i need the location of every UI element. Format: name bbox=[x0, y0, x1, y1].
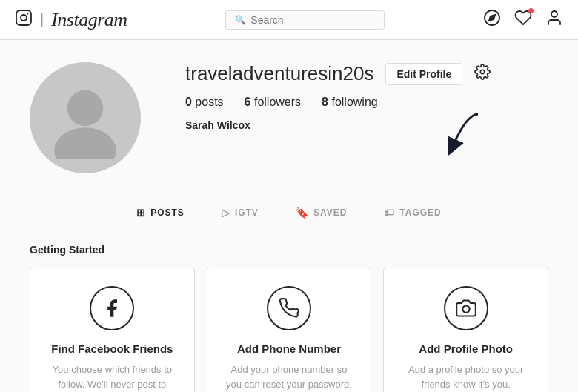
notification-dot bbox=[528, 8, 534, 13]
photo-card-title: Add Profile Photo bbox=[419, 342, 513, 355]
phone-card-title: Add Phone Number bbox=[237, 342, 341, 355]
content-area: Getting Started Find Facebook Friends Yo… bbox=[0, 229, 578, 392]
username: traveladventuresin20s bbox=[185, 62, 373, 85]
facebook-card: Find Facebook Friends You choose which f… bbox=[30, 268, 195, 392]
search-input[interactable] bbox=[250, 14, 375, 26]
facebook-card-title: Find Facebook Friends bbox=[51, 342, 173, 355]
svg-point-1 bbox=[21, 15, 27, 21]
svg-rect-0 bbox=[16, 10, 31, 25]
header-right bbox=[483, 9, 563, 31]
avatar bbox=[30, 62, 141, 173]
tabs-section: ⊞ POSTS ▷ IGTV 🔖 SAVED 🏷 TAGGED bbox=[0, 196, 578, 229]
igtv-icon: ▷ bbox=[222, 207, 230, 219]
facebook-icon-circle bbox=[90, 286, 134, 330]
search-icon: 🔍 bbox=[235, 15, 246, 25]
tab-tagged[interactable]: 🏷 TAGGED bbox=[384, 196, 441, 229]
edit-profile-button[interactable]: Edit Profile bbox=[385, 63, 462, 85]
photo-card: Add Profile Photo Add a profile photo so… bbox=[383, 268, 548, 392]
svg-point-7 bbox=[54, 127, 116, 159]
full-name: Sarah Wilcox bbox=[185, 119, 548, 131]
tab-posts[interactable]: ⊞ POSTS bbox=[136, 196, 185, 229]
avatar-container bbox=[30, 62, 141, 173]
logo-text: Instagram bbox=[51, 9, 127, 31]
notifications-heart-icon[interactable] bbox=[514, 9, 532, 31]
getting-started-title: Getting Started bbox=[30, 244, 548, 256]
profile-top: traveladventuresin20s Edit Profile bbox=[185, 62, 548, 85]
svg-point-6 bbox=[67, 90, 103, 126]
phone-card-desc: Add your phone number so you can reset y… bbox=[222, 362, 356, 392]
svg-point-5 bbox=[551, 11, 557, 17]
tab-igtv[interactable]: ▷ IGTV bbox=[222, 196, 259, 229]
phone-card: Add Phone Number Add your phone number s… bbox=[207, 268, 372, 392]
tab-saved[interactable]: 🔖 SAVED bbox=[296, 196, 347, 229]
svg-point-2 bbox=[27, 13, 29, 14]
cards-row: Find Facebook Friends You choose which f… bbox=[30, 268, 548, 392]
instagram-camera-icon bbox=[15, 9, 33, 31]
profile-info: traveladventuresin20s Edit Profile 0 pos… bbox=[185, 62, 548, 131]
svg-marker-4 bbox=[489, 14, 495, 20]
profile-icon[interactable] bbox=[545, 9, 563, 31]
followers-stat: 6 followers bbox=[245, 96, 301, 109]
camera-icon-circle bbox=[444, 286, 488, 330]
following-stat: 8 following bbox=[322, 96, 378, 109]
logo-divider: | bbox=[40, 11, 44, 28]
svg-point-8 bbox=[481, 70, 485, 74]
saved-bookmark-icon: 🔖 bbox=[296, 207, 309, 219]
tagged-icon: 🏷 bbox=[384, 207, 395, 219]
facebook-card-desc: You choose which friends to follow. We'l… bbox=[45, 362, 179, 392]
profile-stats: 0 posts 6 followers 8 following bbox=[185, 96, 548, 109]
site-header: | Instagram 🔍 bbox=[0, 0, 578, 40]
phone-icon-circle bbox=[267, 286, 311, 330]
settings-gear-icon[interactable] bbox=[474, 64, 491, 84]
profile-wrapper: traveladventuresin20s Edit Profile 0 pos… bbox=[0, 40, 578, 188]
profile-section: traveladventuresin20s Edit Profile 0 pos… bbox=[0, 40, 578, 188]
photo-card-desc: Add a profile photo so your friends know… bbox=[399, 362, 533, 392]
search-bar[interactable]: 🔍 bbox=[225, 10, 385, 30]
svg-point-9 bbox=[462, 306, 469, 313]
posts-grid-icon: ⊞ bbox=[136, 207, 146, 219]
header-left: | Instagram bbox=[15, 9, 127, 31]
compass-icon[interactable] bbox=[483, 9, 501, 31]
posts-stat: 0 posts bbox=[185, 96, 224, 109]
